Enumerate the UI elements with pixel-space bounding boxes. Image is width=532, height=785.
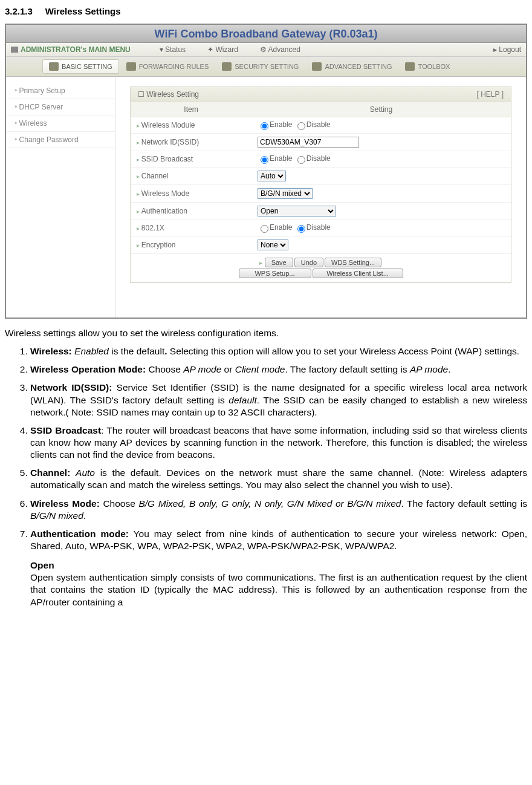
wireless-client-list-button[interactable]: Wireless Client List... — [313, 269, 403, 278]
channel-select[interactable]: Auto — [258, 171, 286, 181]
sidebar-item-dhcp-server[interactable]: DHCP Server — [6, 99, 115, 116]
basic-icon — [49, 62, 59, 71]
save-button[interactable]: Save — [265, 258, 293, 267]
tab-forwarding-rules[interactable]: FORWARDING RULES — [120, 59, 215, 74]
menu-logout[interactable]: ▸ Logout — [493, 45, 521, 54]
main-menu: ADMINISTRATOR's MAIN MENU ▾ Status ✦ Wiz… — [6, 43, 526, 57]
col-setting: Setting — [251, 102, 511, 117]
section-heading: 3.2.1.3 Wireless Settings — [5, 6, 527, 16]
menu-advanced[interactable]: ⚙ Advanced — [249, 45, 311, 54]
encryption-select[interactable]: None — [258, 239, 288, 250]
list-item-2: Wireless Operation Mode: Choose AP mode … — [30, 363, 527, 376]
router-screenshot: WiFi Combo Broadband Gateway (R0.03a1) A… — [5, 24, 527, 319]
authentication-select[interactable]: Open — [258, 206, 336, 217]
tab-bar: BASIC SETTING FORWARDING RULES SECURITY … — [6, 57, 526, 77]
menu-icon — [11, 47, 18, 53]
row-authentication: Authentication — [131, 203, 251, 220]
ssid-broadcast-enable-radio[interactable] — [261, 156, 268, 164]
tab-basic-setting[interactable]: BASIC SETTING — [42, 59, 119, 74]
row-wireless-module: Wireless Module — [131, 117, 251, 134]
ssid-broadcast-disable-radio[interactable] — [297, 156, 305, 164]
wds-setting-button[interactable]: WDS Setting... — [325, 258, 381, 267]
advanced-icon — [312, 62, 322, 71]
tab-security-setting[interactable]: SECURITY SETTING — [216, 59, 305, 74]
row-ssid: Network ID(SSID) — [131, 134, 251, 151]
help-link[interactable]: [ HELP ] — [477, 90, 504, 99]
open-body: Open system authentication simply consis… — [30, 572, 527, 608]
col-item: Item — [131, 102, 251, 117]
list-item-3: Network ID(SSID): Service Set Identifier… — [30, 382, 527, 418]
section-number: 3.2.1.3 — [5, 6, 33, 16]
list-item-6: Wireless Mode: Choose B/G Mixed, B only,… — [30, 498, 527, 522]
row-ssid-broadcast: SSID Broadcast — [131, 151, 251, 168]
row-8021x: 802.1X — [131, 220, 251, 236]
app-title: WiFi Combo Broadband Gateway (R0.03a1) — [6, 25, 526, 43]
wireless-module-enable-radio[interactable] — [261, 122, 268, 130]
tab-toolbox[interactable]: TOOLBOX — [399, 59, 456, 74]
list-item-4: SSID Broadcast: The router will broadcas… — [30, 425, 527, 461]
sidebar-item-change-password[interactable]: Change Password — [6, 132, 115, 148]
wireless-panel: ☐ Wireless Setting [ HELP ] Item Setting… — [130, 86, 511, 283]
undo-button[interactable]: Undo — [294, 258, 323, 267]
menu-wizard[interactable]: ✦ Wizard — [196, 45, 249, 54]
security-icon — [222, 62, 232, 71]
ssid-input[interactable] — [258, 137, 359, 148]
dot1x-enable-radio[interactable] — [261, 225, 268, 233]
wps-setup-button[interactable]: WPS Setup... — [239, 269, 311, 278]
intro-text: Wireless settings allow you to set the w… — [5, 327, 527, 339]
list-item-1: Wireless: Enabled is the default. Select… — [30, 345, 527, 357]
section-title: Wireless Settings — [45, 6, 121, 16]
toolbox-icon — [405, 62, 415, 71]
list-item-5: Channel: Auto is the default. Devices on… — [30, 467, 527, 491]
sidebar: Primary Setup DHCP Server Wireless Chang… — [6, 77, 115, 318]
dot1x-disable-radio[interactable] — [297, 225, 305, 233]
panel-title: ☐ Wireless Setting — [138, 90, 199, 99]
open-heading: Open — [30, 559, 527, 572]
sidebar-item-wireless[interactable]: Wireless — [6, 116, 115, 132]
menu-status[interactable]: ▾ Status — [149, 45, 196, 54]
forwarding-icon — [126, 62, 136, 71]
wireless-module-disable-radio[interactable] — [297, 122, 305, 130]
row-channel: Channel — [131, 168, 251, 185]
sidebar-item-primary-setup[interactable]: Primary Setup — [6, 83, 115, 99]
document-body: Wireless settings allow you to set the w… — [5, 327, 527, 608]
row-encryption: Encryption — [131, 236, 251, 254]
list-item-7: Authentication mode: You may select from… — [30, 528, 527, 608]
tab-advanced-setting[interactable]: ADVANCED SETTING — [306, 59, 398, 74]
wireless-mode-select[interactable]: B/G/N mixed — [258, 188, 313, 199]
admin-menu-label: ADMINISTRATOR's MAIN MENU — [21, 45, 149, 54]
row-wireless-mode: Wireless Mode — [131, 185, 251, 203]
